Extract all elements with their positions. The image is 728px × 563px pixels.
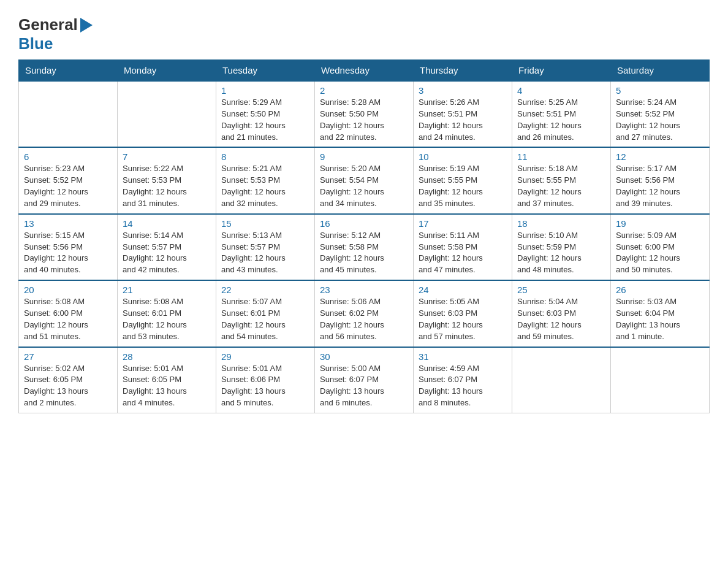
day-info: Sunrise: 5:14 AM Sunset: 5:57 PM Dayligh… (123, 230, 211, 276)
day-info: Sunrise: 5:10 AM Sunset: 5:59 PM Dayligh… (517, 230, 605, 276)
weekday-header-thursday: Thursday (414, 60, 512, 82)
calendar-cell: 28Sunrise: 5:01 AM Sunset: 6:05 PM Dayli… (118, 347, 216, 413)
day-number: 12 (616, 151, 704, 162)
calendar-cell: 20Sunrise: 5:08 AM Sunset: 6:00 PM Dayli… (19, 280, 118, 347)
day-info: Sunrise: 5:09 AM Sunset: 6:00 PM Dayligh… (616, 230, 704, 276)
calendar-cell: 1Sunrise: 5:29 AM Sunset: 5:50 PM Daylig… (216, 81, 315, 147)
day-info: Sunrise: 5:26 AM Sunset: 5:51 PM Dayligh… (419, 97, 507, 143)
day-number: 4 (517, 85, 605, 96)
day-number: 5 (616, 85, 704, 96)
day-info: Sunrise: 5:01 AM Sunset: 6:06 PM Dayligh… (221, 363, 309, 409)
day-info: Sunrise: 5:20 AM Sunset: 5:54 PM Dayligh… (320, 163, 408, 209)
day-number: 22 (221, 285, 309, 295)
day-info: Sunrise: 5:03 AM Sunset: 6:04 PM Dayligh… (616, 296, 704, 342)
day-info: Sunrise: 5:17 AM Sunset: 5:56 PM Dayligh… (616, 163, 704, 209)
calendar-cell: 15Sunrise: 5:13 AM Sunset: 5:57 PM Dayli… (216, 214, 315, 280)
day-number: 6 (24, 151, 112, 162)
day-number: 9 (320, 151, 408, 162)
calendar-cell: 9Sunrise: 5:20 AM Sunset: 5:54 PM Daylig… (315, 147, 414, 213)
day-info: Sunrise: 5:19 AM Sunset: 5:55 PM Dayligh… (419, 163, 507, 209)
weekday-header-monday: Monday (118, 60, 216, 82)
day-info: Sunrise: 5:13 AM Sunset: 5:57 PM Dayligh… (221, 230, 309, 276)
logo-blue-text: Blue (18, 34, 53, 53)
day-number: 23 (320, 285, 408, 295)
day-number: 29 (221, 351, 309, 362)
day-number: 13 (24, 218, 112, 229)
calendar-cell: 7Sunrise: 5:22 AM Sunset: 5:53 PM Daylig… (118, 147, 216, 213)
calendar-cell: 14Sunrise: 5:14 AM Sunset: 5:57 PM Dayli… (118, 214, 216, 280)
calendar-cell: 31Sunrise: 4:59 AM Sunset: 6:07 PM Dayli… (414, 347, 512, 413)
calendar-cell (512, 347, 611, 413)
week-row-3: 13Sunrise: 5:15 AM Sunset: 5:56 PM Dayli… (19, 214, 710, 280)
calendar-cell: 5Sunrise: 5:24 AM Sunset: 5:52 PM Daylig… (611, 81, 710, 147)
day-number: 16 (320, 218, 408, 229)
day-number: 28 (123, 351, 211, 362)
day-info: Sunrise: 5:00 AM Sunset: 6:07 PM Dayligh… (320, 363, 408, 409)
calendar-cell: 2Sunrise: 5:28 AM Sunset: 5:50 PM Daylig… (315, 81, 414, 147)
day-info: Sunrise: 5:15 AM Sunset: 5:56 PM Dayligh… (24, 230, 112, 276)
day-number: 14 (123, 218, 211, 229)
calendar-cell (19, 81, 118, 147)
logo: General Blue (18, 15, 95, 53)
day-number: 1 (221, 85, 309, 96)
weekday-header-sunday: Sunday (19, 60, 118, 82)
page-header: General Blue (18, 12, 710, 53)
day-number: 24 (419, 285, 507, 295)
calendar-cell: 13Sunrise: 5:15 AM Sunset: 5:56 PM Dayli… (19, 214, 118, 280)
day-number: 15 (221, 218, 309, 229)
day-number: 18 (517, 218, 605, 229)
day-info: Sunrise: 5:29 AM Sunset: 5:50 PM Dayligh… (221, 97, 309, 143)
day-info: Sunrise: 5:04 AM Sunset: 6:03 PM Dayligh… (517, 296, 605, 342)
week-row-1: 1Sunrise: 5:29 AM Sunset: 5:50 PM Daylig… (19, 81, 710, 147)
weekday-header-wednesday: Wednesday (315, 60, 414, 82)
logo-triangle-icon (80, 18, 93, 33)
calendar-cell: 16Sunrise: 5:12 AM Sunset: 5:58 PM Dayli… (315, 214, 414, 280)
day-info: Sunrise: 5:08 AM Sunset: 6:01 PM Dayligh… (123, 296, 211, 342)
day-info: Sunrise: 5:01 AM Sunset: 6:05 PM Dayligh… (123, 363, 211, 409)
day-number: 7 (123, 151, 211, 162)
calendar-cell: 12Sunrise: 5:17 AM Sunset: 5:56 PM Dayli… (611, 147, 710, 213)
calendar-cell (118, 81, 216, 147)
day-info: Sunrise: 5:08 AM Sunset: 6:00 PM Dayligh… (24, 296, 112, 342)
day-info: Sunrise: 5:25 AM Sunset: 5:51 PM Dayligh… (517, 97, 605, 143)
calendar-cell: 30Sunrise: 5:00 AM Sunset: 6:07 PM Dayli… (315, 347, 414, 413)
weekday-header-row: SundayMondayTuesdayWednesdayThursdayFrid… (19, 60, 710, 82)
weekday-header-saturday: Saturday (611, 60, 710, 82)
calendar-cell: 6Sunrise: 5:23 AM Sunset: 5:52 PM Daylig… (19, 147, 118, 213)
calendar-cell: 18Sunrise: 5:10 AM Sunset: 5:59 PM Dayli… (512, 214, 611, 280)
calendar-cell: 21Sunrise: 5:08 AM Sunset: 6:01 PM Dayli… (118, 280, 216, 347)
day-number: 31 (419, 351, 507, 362)
day-info: Sunrise: 5:11 AM Sunset: 5:58 PM Dayligh… (419, 230, 507, 276)
logo-general-text: General (18, 15, 78, 34)
day-number: 3 (419, 85, 507, 96)
calendar-table: SundayMondayTuesdayWednesdayThursdayFrid… (18, 59, 710, 413)
calendar-cell: 29Sunrise: 5:01 AM Sunset: 6:06 PM Dayli… (216, 347, 315, 413)
calendar-cell: 10Sunrise: 5:19 AM Sunset: 5:55 PM Dayli… (414, 147, 512, 213)
day-info: Sunrise: 4:59 AM Sunset: 6:07 PM Dayligh… (419, 363, 507, 409)
day-info: Sunrise: 5:07 AM Sunset: 6:01 PM Dayligh… (221, 296, 309, 342)
day-number: 8 (221, 151, 309, 162)
day-info: Sunrise: 5:06 AM Sunset: 6:02 PM Dayligh… (320, 296, 408, 342)
calendar-cell: 17Sunrise: 5:11 AM Sunset: 5:58 PM Dayli… (414, 214, 512, 280)
calendar-cell: 27Sunrise: 5:02 AM Sunset: 6:05 PM Dayli… (19, 347, 118, 413)
calendar-cell: 23Sunrise: 5:06 AM Sunset: 6:02 PM Dayli… (315, 280, 414, 347)
day-info: Sunrise: 5:28 AM Sunset: 5:50 PM Dayligh… (320, 97, 408, 143)
day-info: Sunrise: 5:18 AM Sunset: 5:55 PM Dayligh… (517, 163, 605, 209)
day-number: 20 (24, 285, 112, 295)
calendar-cell: 25Sunrise: 5:04 AM Sunset: 6:03 PM Dayli… (512, 280, 611, 347)
day-info: Sunrise: 5:23 AM Sunset: 5:52 PM Dayligh… (24, 163, 112, 209)
day-number: 11 (517, 151, 605, 162)
day-number: 25 (517, 285, 605, 295)
weekday-header-friday: Friday (512, 60, 611, 82)
day-number: 2 (320, 85, 408, 96)
day-number: 19 (616, 218, 704, 229)
calendar-cell: 11Sunrise: 5:18 AM Sunset: 5:55 PM Dayli… (512, 147, 611, 213)
day-number: 10 (419, 151, 507, 162)
day-number: 17 (419, 218, 507, 229)
calendar-cell: 19Sunrise: 5:09 AM Sunset: 6:00 PM Dayli… (611, 214, 710, 280)
calendar-cell: 22Sunrise: 5:07 AM Sunset: 6:01 PM Dayli… (216, 280, 315, 347)
calendar-cell (611, 347, 710, 413)
day-info: Sunrise: 5:05 AM Sunset: 6:03 PM Dayligh… (419, 296, 507, 342)
day-info: Sunrise: 5:22 AM Sunset: 5:53 PM Dayligh… (123, 163, 211, 209)
calendar-cell: 8Sunrise: 5:21 AM Sunset: 5:53 PM Daylig… (216, 147, 315, 213)
